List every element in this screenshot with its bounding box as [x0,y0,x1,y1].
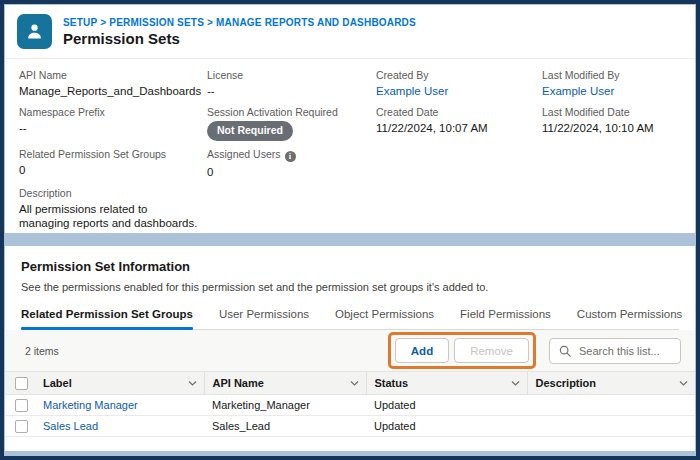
field-value: Manage_Reports_and_Dashboards [19,84,207,99]
list-toolbar: 2 items Add Remove [5,330,695,371]
chevron-down-icon[interactable] [188,381,197,386]
field-label: Namespace Prefix [19,106,207,118]
tab-object-permissions[interactable]: Object Permissions [335,308,434,329]
panel-head: Permission Set Information See the permi… [5,246,695,330]
panel-title: Permission Set Information [21,259,679,274]
field-label: Session Activation Required [207,106,376,118]
permission-set-summary-card: SETUPPERMISSION SETSMANAGE REPORTS AND D… [5,5,695,233]
field-value: All permissions related to managing repo… [19,202,199,232]
table-row: Marketing Manager Marketing_Manager Upda… [5,395,695,416]
remove-button[interactable]: Remove [454,338,529,363]
field-value: 11/22/2024, 10:10 AM [542,121,681,136]
chevron-down-icon[interactable] [350,381,359,386]
row-status: Updated [366,395,527,416]
panel-subtitle: See the permissions enabled for this per… [21,281,679,293]
tab-user-permissions[interactable]: User Permissions [219,308,309,329]
column-header-status: Status [375,377,409,389]
field-label: API Name [19,69,207,81]
field-value: 0 [19,163,207,178]
field-assigned-users: Assigned Users 0 [207,148,376,180]
row-checkbox[interactable] [15,420,28,433]
page-header: SETUPPERMISSION SETSMANAGE REPORTS AND D… [5,5,695,59]
breadcrumb-manage-reports[interactable]: MANAGE REPORTS AND DASHBOARDS [204,17,416,28]
header-text: SETUPPERMISSION SETSMANAGE REPORTS AND D… [63,17,416,47]
tab-field-permissions[interactable]: Field Permissions [460,308,551,329]
page-title: Permission Sets [63,30,416,47]
field-license: License -- [207,69,376,99]
detail-fields: API Name Manage_Reports_and_Dashboards L… [5,59,695,231]
search-box [549,338,681,364]
annotation-highlight: Add Remove [388,332,536,369]
field-label: Related Permission Set Groups [19,148,207,160]
chevron-down-icon[interactable] [511,381,520,386]
field-value: -- [207,84,376,99]
column-header-description: Description [536,377,597,389]
field-created-by: Created By Example User [376,69,542,99]
breadcrumb-permission-sets[interactable]: PERMISSION SETS [97,17,204,28]
select-all-checkbox[interactable] [15,377,28,390]
tab-related-permission-set-groups[interactable]: Related Permission Set Groups [21,308,193,329]
column-header-label: Label [43,377,72,389]
created-by-link[interactable]: Example User [376,85,448,97]
row-status: Updated [366,416,527,437]
column-header-api-name: API Name [213,377,264,389]
permission-set-information-card: Permission Set Information See the permi… [5,246,695,451]
field-value: 0 [207,165,376,180]
field-label: License [207,69,376,81]
field-last-modified-date: Last Modified Date 11/22/2024, 10:10 AM [542,106,681,141]
row-api-name: Marketing_Manager [204,395,366,416]
row-checkbox[interactable] [15,399,28,412]
field-related-psg: Related Permission Set Groups 0 [19,148,207,180]
row-label-link[interactable]: Sales Lead [43,420,98,432]
field-label: Description [19,187,376,199]
row-description [527,395,695,416]
field-session-activation: Session Activation Required Not Required [207,106,376,141]
field-value: 11/22/2024, 10:07 AM [376,121,542,136]
items-count: 2 items [19,345,59,357]
user-icon [24,21,45,42]
related-groups-table: Label API Name Status Description Market… [5,371,695,437]
last-modified-by-link[interactable]: Example User [542,85,614,97]
field-label: Last Modified Date [542,106,681,118]
setup-page: SETUPPERMISSION SETSMANAGE REPORTS AND D… [4,4,696,456]
tab-custom-permissions[interactable]: Custom Permissions [577,308,682,329]
info-icon[interactable] [285,151,296,162]
field-label: Created By [376,69,542,81]
breadcrumb-setup[interactable]: SETUP [63,17,97,28]
field-description: Description All permissions related to m… [19,187,376,232]
row-label-link[interactable]: Marketing Manager [43,399,138,411]
field-namespace-prefix: Namespace Prefix -- [19,106,207,141]
field-api-name: API Name Manage_Reports_and_Dashboards [19,69,207,99]
row-description [527,416,695,437]
search-input[interactable] [577,344,671,358]
not-required-badge: Not Required [207,121,293,141]
table-row: Sales Lead Sales_Lead Updated [5,416,695,437]
row-api-name: Sales_Lead [204,416,366,437]
permission-set-icon [17,14,52,49]
search-icon [559,345,571,357]
add-button[interactable]: Add [395,338,449,363]
field-last-modified-by: Last Modified By Example User [542,69,681,99]
chevron-down-icon[interactable] [679,381,688,386]
field-label: Created Date [376,106,542,118]
field-created-date: Created Date 11/22/2024, 10:07 AM [376,106,542,141]
field-value: -- [19,121,207,136]
field-label: Assigned Users [207,148,376,162]
tab-bar: Related Permission Set Groups User Permi… [21,308,679,330]
breadcrumb: SETUPPERMISSION SETSMANAGE REPORTS AND D… [63,17,416,28]
field-label: Last Modified By [542,69,681,81]
table-header-row: Label API Name Status Description [5,372,695,395]
